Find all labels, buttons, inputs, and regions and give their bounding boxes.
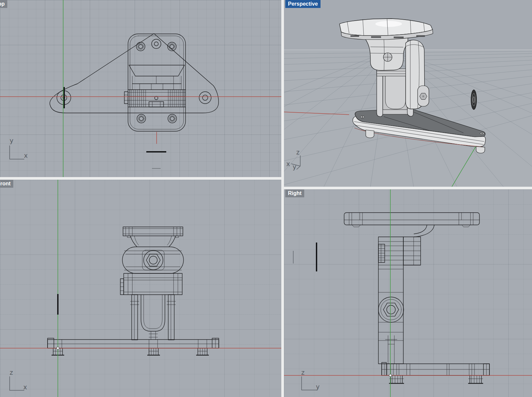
perspective-axis-x-letter: x [286,160,290,167]
viewport-divider-horizontal-right[interactable] [284,187,532,189]
perspective-plate-part[interactable] [339,19,433,40]
front-construction-axes [0,180,281,397]
perspective-view-drawing [284,0,532,187]
right-axis-icon [302,376,317,390]
front-model-geometry[interactable] [48,227,219,355]
cad-four-viewport-workspace: Top y x [0,0,532,397]
viewport-perspective[interactable]: Perspective z x y [284,0,532,187]
perspective-washer-part[interactable] [471,90,477,110]
top-view-drawing [0,0,281,177]
front-axis-x-letter: x [23,384,27,390]
viewport-top[interactable]: Top y x [0,0,281,177]
top-construction-axes [0,0,281,177]
viewport-front-label[interactable]: Front [0,180,13,188]
front-axis-z-letter: z [10,369,13,376]
viewport-divider-vertical[interactable] [281,0,284,397]
front-view-drawing [0,180,281,397]
right-view-drawing [284,189,532,397]
viewport-right[interactable]: Right z y [284,189,532,397]
top-axis-y-letter: y [10,137,13,144]
right-construction-axes [284,189,532,397]
top-axis-icon [10,146,24,159]
top-model-geometry[interactable] [50,34,219,131]
right-axis-z-letter: z [301,369,305,376]
right-axis-y-letter: y [316,383,320,390]
perspective-axis-z-letter: z [296,149,300,155]
perspective-axis-y-letter: y [293,163,296,170]
front-axis-icon [10,376,24,390]
viewport-divider-horizontal-left[interactable] [0,177,281,180]
right-model-geometry[interactable] [344,213,489,383]
viewport-right-label[interactable]: Right [285,189,304,197]
viewport-perspective-label[interactable]: Perspective [285,0,321,8]
viewport-front[interactable]: Front z x [0,180,281,397]
top-axis-x-letter: x [24,152,28,159]
viewport-top-label[interactable]: Top [0,0,7,8]
